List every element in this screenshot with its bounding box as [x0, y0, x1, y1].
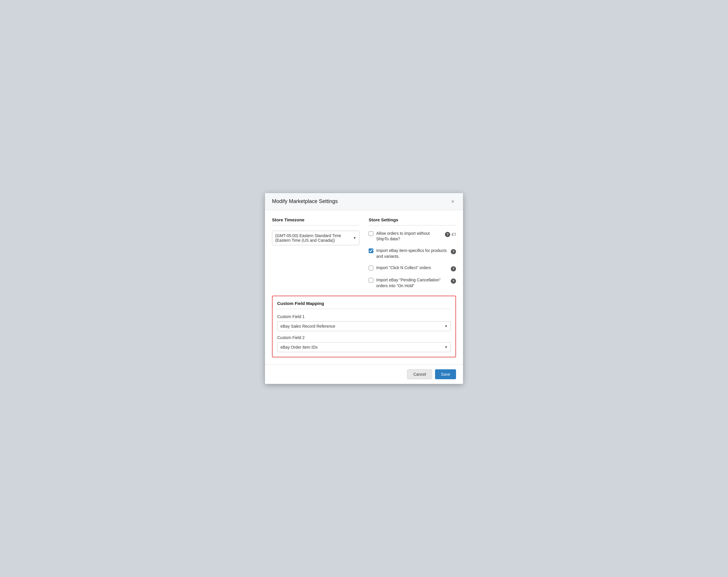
checkbox-label-click-n-collect[interactable]: Import "Click N Collect" orders [376, 265, 448, 271]
checkbox-label-shipto[interactable]: Allow orders to import without ShipTo da… [376, 231, 442, 242]
checkbox-icons-pending-cancellation: ? [451, 278, 456, 284]
timezone-divider [272, 225, 359, 225]
checkbox-icons-click-n-collect: ? [451, 266, 456, 272]
timezone-select[interactable]: (GMT-05:00) Eastern Standard Time (Easte… [272, 231, 359, 245]
custom-field-2-select-wrapper[interactable]: eBay Order Item IDs eBay Sales Record Re… [277, 342, 451, 352]
timezone-select-wrapper[interactable]: (GMT-05:00) Eastern Standard Time (Easte… [272, 231, 359, 245]
cancel-button[interactable]: Cancel [407, 369, 432, 379]
checkbox-row-item-specifics: Import eBay item-specifics for products … [369, 248, 456, 259]
help-icon-pending-cancellation[interactable]: ? [451, 278, 456, 284]
checkbox-import-pending-cancellation[interactable] [369, 278, 373, 282]
modal-header: Modify Marketplace Settings × [265, 193, 463, 210]
checkbox-import-click-n-collect[interactable] [369, 266, 373, 270]
checkbox-label-pending-cancellation[interactable]: Import eBay “Pending Cancellation” order… [376, 277, 448, 288]
tag-icon-shipto: 🏷 [451, 232, 456, 237]
close-button[interactable]: × [449, 198, 456, 205]
modal-body: Store Timezone (GMT-05:00) Eastern Stand… [265, 210, 463, 365]
help-icon-item-specifics[interactable]: ? [451, 249, 456, 254]
store-settings-title: Store Settings [369, 217, 456, 222]
checkbox-label-item-specifics[interactable]: Import eBay item-specifics for products … [376, 248, 448, 259]
custom-field-mapping-section: Custom Field Mapping Custom Field 1 eBay… [272, 296, 456, 357]
custom-field-mapping-title: Custom Field Mapping [277, 301, 451, 306]
save-button[interactable]: Save [435, 369, 456, 379]
help-icon-shipto[interactable]: ? [445, 232, 450, 237]
custom-field-2-select[interactable]: eBay Order Item IDs eBay Sales Record Re… [277, 342, 451, 352]
modal-footer: Cancel Save [265, 365, 463, 384]
custom-field-2-label: Custom Field 2 [277, 335, 451, 340]
checkbox-icons-item-specifics: ? [451, 248, 456, 254]
checkbox-allow-orders-no-shipto[interactable] [369, 231, 373, 236]
modal-overlay: Modify Marketplace Settings × Store Time… [0, 0, 728, 577]
settings-divider [369, 225, 456, 225]
checkbox-icons-shipto: ? 🏷 [445, 231, 456, 237]
store-settings-section: Store Settings Allow orders to import wi… [369, 217, 456, 289]
custom-field-1-label: Custom Field 1 [277, 314, 451, 319]
checkbox-row-shipto: Allow orders to import without ShipTo da… [369, 231, 456, 242]
custom-field-1-select[interactable]: eBay Sales Record Reference eBay Order I… [277, 321, 451, 331]
help-icon-click-n-collect[interactable]: ? [451, 266, 456, 272]
modal-title: Modify Marketplace Settings [272, 198, 338, 204]
checkbox-row-pending-cancellation: Import eBay “Pending Cancellation” order… [369, 277, 456, 288]
custom-field-1-select-wrapper[interactable]: eBay Sales Record Reference eBay Order I… [277, 321, 451, 331]
checkbox-row-click-n-collect: Import "Click N Collect" orders ? [369, 265, 456, 272]
checkbox-import-item-specifics[interactable] [369, 248, 373, 253]
store-timezone-title: Store Timezone [272, 217, 359, 222]
custom-field-divider [277, 309, 451, 309]
two-column-layout: Store Timezone (GMT-05:00) Eastern Stand… [272, 217, 456, 289]
modal-dialog: Modify Marketplace Settings × Store Time… [265, 193, 463, 384]
store-timezone-section: Store Timezone (GMT-05:00) Eastern Stand… [272, 217, 359, 289]
